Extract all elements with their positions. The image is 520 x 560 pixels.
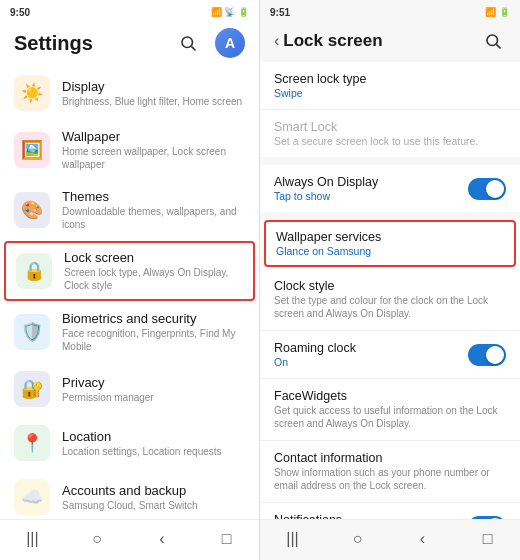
- time-right: 9:51: [270, 7, 290, 18]
- contact-info-desc: Show information such as your phone numb…: [274, 466, 506, 492]
- nav-recents[interactable]: |||: [21, 528, 43, 550]
- svg-line-1: [191, 46, 195, 50]
- smart-lock-sub: Set a secure screen lock to use this fea…: [274, 135, 506, 147]
- left-panel: 9:50 📶 📡 🔋 Settings A ☀️ Display Brightn…: [0, 0, 260, 560]
- accounts-sub: Samsung Cloud, Smart Switch: [62, 499, 245, 512]
- biometrics-sub: Face recognition, Fingerprints, Find My …: [62, 327, 245, 353]
- section-lock-type: Screen lock type Swipe Smart Lock Set a …: [260, 62, 520, 157]
- settings-item-biometrics[interactable]: 🛡️ Biometrics and security Face recognit…: [0, 302, 259, 362]
- lock-sub: Screen lock type, Always On Display, Clo…: [64, 266, 243, 292]
- privacy-sub: Permission manager: [62, 391, 245, 404]
- settings-item-lock[interactable]: 🔒 Lock screen Screen lock type, Always O…: [4, 241, 255, 301]
- roaming-clock-title: Roaming clock: [274, 341, 468, 355]
- always-on-display-item[interactable]: Always On Display Tap to show: [260, 165, 520, 212]
- status-icons-right: 📶 🔋: [485, 7, 510, 17]
- biometrics-icon: 🛡️: [14, 314, 50, 350]
- settings-item-privacy[interactable]: 🔐 Privacy Permission manager: [0, 362, 259, 416]
- privacy-icon: 🔐: [14, 371, 50, 407]
- privacy-title: Privacy: [62, 375, 245, 390]
- facewidgets-item[interactable]: FaceWidgets Get quick access to useful i…: [260, 379, 520, 441]
- clock-style-item[interactable]: Clock style Set the type and colour for …: [260, 269, 520, 331]
- roaming-clock-sub: On: [274, 356, 468, 368]
- facewidgets-desc: Get quick access to useful information o…: [274, 404, 506, 430]
- svg-point-0: [182, 37, 193, 48]
- lock-icon: 🔒: [16, 253, 52, 289]
- contact-info-item[interactable]: Contact information Show information suc…: [260, 441, 520, 503]
- time-left: 9:50: [10, 7, 30, 18]
- biometrics-title: Biometrics and security: [62, 311, 245, 326]
- settings-item-location[interactable]: 📍 Location Location settings, Location r…: [0, 416, 259, 470]
- location-icon: 📍: [14, 425, 50, 461]
- status-bar-right: 9:51 📶 🔋: [260, 0, 520, 22]
- screen-lock-type-sub: Swipe: [274, 87, 506, 99]
- lock-title: Lock screen: [64, 250, 243, 265]
- location-title: Location: [62, 429, 245, 444]
- facewidgets-title: FaceWidgets: [274, 389, 506, 403]
- contact-info-title: Contact information: [274, 451, 506, 465]
- settings-list: ☀️ Display Brightness, Blue light filter…: [0, 66, 259, 519]
- display-icon: ☀️: [14, 75, 50, 111]
- themes-title: Themes: [62, 189, 245, 204]
- status-bar-left: 9:50 📶 📡 🔋: [0, 0, 259, 22]
- nav-back[interactable]: ‹: [151, 528, 173, 550]
- settings-item-display[interactable]: ☀️ Display Brightness, Blue light filter…: [0, 66, 259, 120]
- svg-point-2: [487, 35, 498, 46]
- lock-screen-title: Lock screen: [283, 31, 382, 51]
- back-chevron-icon: ‹: [274, 32, 279, 50]
- right-nav-back[interactable]: ‹: [412, 528, 434, 550]
- right-panel: 9:51 📶 🔋 ‹ Lock screen Screen lock type …: [260, 0, 520, 560]
- right-nav-apps[interactable]: □: [477, 528, 499, 550]
- smart-lock-item: Smart Lock Set a secure screen lock to u…: [260, 110, 520, 157]
- themes-sub: Downloadable themes, wallpapers, and ico…: [62, 205, 245, 231]
- nav-home[interactable]: ○: [86, 528, 108, 550]
- right-search-button[interactable]: [480, 28, 506, 54]
- themes-icon: 🎨: [14, 192, 50, 228]
- wallpaper-services-sub: Glance on Samsung: [276, 245, 504, 257]
- location-sub: Location settings, Location requests: [62, 445, 245, 458]
- accounts-icon: ☁️: [14, 479, 50, 515]
- settings-title: Settings: [14, 32, 93, 55]
- avatar[interactable]: A: [215, 28, 245, 58]
- lock-screen-list: Screen lock type Swipe Smart Lock Set a …: [260, 62, 520, 519]
- wallpaper-title: Wallpaper: [62, 129, 245, 144]
- roaming-clock-toggle[interactable]: [468, 344, 506, 366]
- display-sub: Brightness, Blue light filter, Home scre…: [62, 95, 245, 108]
- settings-item-wallpaper[interactable]: 🖼️ Wallpaper Home screen wallpaper, Lock…: [0, 120, 259, 180]
- wallpaper-services-item[interactable]: Wallpaper services Glance on Samsung: [264, 220, 516, 267]
- smart-lock-title: Smart Lock: [274, 120, 506, 134]
- nav-bar-left: ||| ○ ‹ □: [0, 519, 259, 560]
- right-nav-home[interactable]: ○: [347, 528, 369, 550]
- wallpaper-services-title: Wallpaper services: [276, 230, 504, 244]
- back-button[interactable]: ‹ Lock screen: [274, 31, 383, 51]
- notifications-item[interactable]: Notifications On: [260, 503, 520, 519]
- notifications-title: Notifications: [274, 513, 468, 519]
- section-main: Wallpaper services Glance on Samsung Clo…: [260, 220, 520, 519]
- display-title: Display: [62, 79, 245, 94]
- status-icons-left: 📶 📡 🔋: [211, 7, 249, 17]
- wallpaper-sub: Home screen wallpaper, Lock screen wallp…: [62, 145, 245, 171]
- accounts-title: Accounts and backup: [62, 483, 245, 498]
- settings-item-themes[interactable]: 🎨 Themes Downloadable themes, wallpapers…: [0, 180, 259, 240]
- notifications-toggle[interactable]: [468, 516, 506, 520]
- right-nav-recents[interactable]: |||: [282, 528, 304, 550]
- nav-bar-right: ||| ○ ‹ □: [260, 519, 520, 560]
- nav-apps[interactable]: □: [216, 528, 238, 550]
- aod-title: Always On Display: [274, 175, 468, 189]
- clock-style-desc: Set the type and colour for the clock on…: [274, 294, 506, 320]
- aod-sub: Tap to show: [274, 190, 468, 202]
- aod-toggle[interactable]: [468, 178, 506, 200]
- screen-lock-type-item[interactable]: Screen lock type Swipe: [260, 62, 520, 110]
- search-button[interactable]: [175, 30, 201, 56]
- header-actions: A: [175, 28, 245, 58]
- roaming-clock-item[interactable]: Roaming clock On: [260, 331, 520, 379]
- clock-style-title: Clock style: [274, 279, 506, 293]
- right-header: ‹ Lock screen: [260, 22, 520, 62]
- screen-lock-type-title: Screen lock type: [274, 72, 506, 86]
- svg-line-3: [496, 44, 500, 48]
- left-header: Settings A: [0, 22, 259, 66]
- settings-item-accounts[interactable]: ☁️ Accounts and backup Samsung Cloud, Sm…: [0, 470, 259, 519]
- section-aod: Always On Display Tap to show: [260, 165, 520, 212]
- wallpaper-icon: 🖼️: [14, 132, 50, 168]
